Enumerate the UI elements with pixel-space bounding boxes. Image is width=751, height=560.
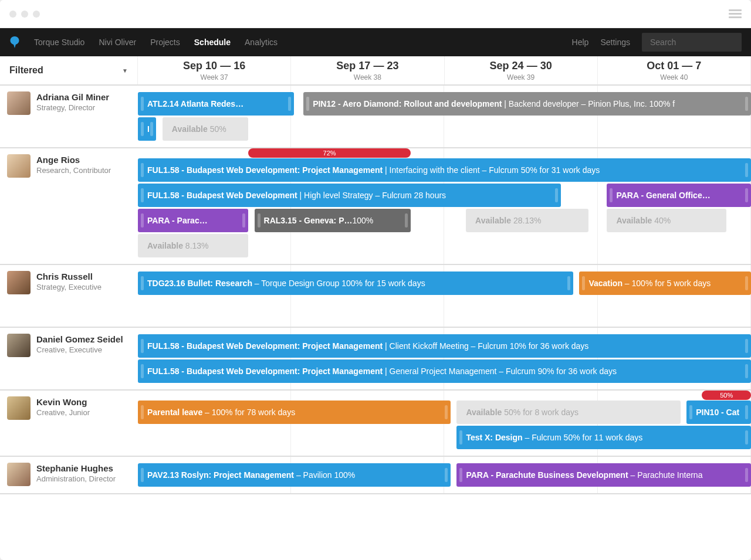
avatar[interactable] bbox=[7, 271, 31, 294]
help-link[interactable]: Help bbox=[572, 38, 589, 47]
logo-balloon-icon bbox=[9, 36, 20, 48]
schedule-bar[interactable]: Parental leave – 100% for 78 work days bbox=[138, 401, 451, 424]
person-info[interactable]: Kevin WongCreative, Junior bbox=[0, 391, 138, 456]
nav-item[interactable]: Projects bbox=[150, 38, 180, 47]
grip-handle-icon[interactable] bbox=[288, 97, 291, 111]
avatar[interactable] bbox=[7, 154, 31, 178]
schedule-bar[interactable]: PIN12 - Aero Diamond: Rollout and develo… bbox=[303, 92, 751, 116]
grip-handle-icon[interactable] bbox=[745, 430, 748, 444]
grip-handle-icon[interactable] bbox=[582, 276, 585, 290]
grip-handle-icon[interactable] bbox=[745, 405, 748, 419]
bar-label: FUL1.58 - Budapest Web Development | Hig… bbox=[147, 191, 446, 200]
schedule-bar[interactable]: FUL1.58 - Budapest Web Development: Proj… bbox=[138, 334, 751, 358]
person-name: Kevin Wong bbox=[36, 396, 90, 408]
grip-handle-icon[interactable] bbox=[459, 430, 462, 444]
grip-handle-icon[interactable] bbox=[306, 97, 309, 111]
grip-handle-icon[interactable] bbox=[141, 405, 144, 419]
window-dot[interactable] bbox=[33, 11, 40, 18]
grip-handle-icon[interactable] bbox=[150, 122, 153, 136]
grip-handle-icon[interactable] bbox=[745, 276, 748, 290]
person-info[interactable]: Adriana Gil MinerStrategy, Director bbox=[0, 86, 138, 147]
schedule-bar[interactable]: FUL1.58 - Budapest Web Development | Hig… bbox=[138, 184, 561, 207]
grip-handle-icon[interactable] bbox=[141, 364, 144, 378]
nav-item[interactable]: Analytics bbox=[245, 38, 278, 47]
schedule-bar[interactable]: PARA - Parachute Business Development – … bbox=[456, 463, 751, 487]
nav-item[interactable]: Torque Studio bbox=[34, 38, 84, 47]
grip-handle-icon[interactable] bbox=[745, 163, 748, 177]
grip-handle-icon[interactable] bbox=[242, 213, 245, 228]
grip-handle-icon[interactable] bbox=[141, 213, 144, 228]
lane-area: ATL2.14 Atlanta Redes…PIN12 - Aero Diamo… bbox=[138, 86, 751, 147]
schedule-bar[interactable]: I bbox=[138, 117, 156, 141]
week-header[interactable]: Sep 24 — 30Week 39 bbox=[445, 56, 598, 84]
nav-item[interactable]: Schedule bbox=[194, 38, 231, 47]
grip-handle-icon[interactable] bbox=[745, 188, 748, 202]
avatar[interactable] bbox=[7, 396, 31, 420]
grip-handle-icon[interactable] bbox=[141, 122, 144, 136]
lane: IAvailable 50% bbox=[138, 117, 751, 141]
person-role: Administration, Director bbox=[36, 474, 116, 483]
nav-item[interactable]: Nivi Oliver bbox=[99, 38, 136, 47]
grip-handle-icon[interactable] bbox=[141, 163, 144, 177]
bar-label: Available 8.13% bbox=[147, 241, 209, 250]
grip-handle-icon[interactable] bbox=[141, 97, 144, 111]
schedule-bar[interactable]: Available 40% bbox=[607, 209, 726, 232]
grip-handle-icon[interactable] bbox=[445, 468, 448, 482]
grip-handle-icon[interactable] bbox=[745, 339, 748, 353]
window-dot[interactable] bbox=[9, 11, 16, 18]
schedule-bar[interactable]: PARA - General Office… bbox=[607, 184, 751, 207]
grip-handle-icon[interactable] bbox=[745, 97, 748, 111]
person-section: Chris RussellStrategy, ExecutiveTDG23.16… bbox=[0, 265, 751, 328]
week-header[interactable]: Sep 10 — 16Week 37 bbox=[138, 56, 291, 84]
grip-handle-icon[interactable] bbox=[745, 364, 748, 378]
grip-handle-icon[interactable] bbox=[445, 405, 448, 419]
schedule-bar[interactable]: Vacation – 100% for 5 work days bbox=[579, 271, 751, 295]
window-dot[interactable] bbox=[21, 11, 28, 18]
bar-label: PAV2.13 Roslyn: Project Management – Pav… bbox=[147, 470, 355, 480]
schedule-bar[interactable]: Available 50% for 8 work days bbox=[456, 401, 680, 424]
filter-dropdown[interactable]: Filtered ▼ bbox=[0, 56, 138, 84]
schedule-bar[interactable]: FUL1.58 - Budapest Web Development: Proj… bbox=[138, 359, 751, 383]
grip-handle-icon[interactable] bbox=[555, 188, 558, 202]
person-info[interactable]: Chris RussellStrategy, Executive bbox=[0, 265, 138, 327]
schedule-bar[interactable]: Test X: Design – Fulcrum 50% for 11 work… bbox=[456, 426, 751, 449]
schedule-bar[interactable]: TDG23.16 Bullet: Research – Torque Desig… bbox=[138, 271, 573, 295]
lane bbox=[138, 297, 751, 320]
week-header[interactable]: Sep 17 — 23Week 38 bbox=[291, 56, 444, 84]
grip-handle-icon[interactable] bbox=[745, 468, 748, 482]
hamburger-icon[interactable] bbox=[729, 9, 742, 18]
person-info[interactable]: Daniel Gomez SeidelCreative, Executive bbox=[0, 328, 138, 389]
schedule-bar[interactable]: Available 50% bbox=[163, 117, 248, 141]
schedule-bar[interactable]: Available 28.13% bbox=[466, 209, 588, 232]
schedule-bar[interactable]: Available 8.13% bbox=[138, 234, 248, 257]
schedule-bar[interactable]: RAL3.15 - Geneva: P…100% bbox=[255, 209, 411, 232]
overload-indicator: 72% bbox=[248, 148, 411, 158]
grip-handle-icon[interactable] bbox=[141, 468, 144, 482]
avatar[interactable] bbox=[7, 91, 31, 115]
schedule-bar[interactable]: ATL2.14 Atlanta Redes… bbox=[138, 92, 294, 116]
main-toolbar: Torque StudioNivi OliverProjectsSchedule… bbox=[0, 28, 751, 56]
grip-handle-icon[interactable] bbox=[141, 339, 144, 353]
schedule-bar[interactable]: PARA - Parac… bbox=[138, 209, 248, 232]
search-input[interactable] bbox=[642, 33, 742, 52]
lane: FUL1.58 - Budapest Web Development: Proj… bbox=[138, 158, 751, 182]
person-info[interactable]: Stephanie HughesAdministration, Director bbox=[0, 457, 138, 493]
week-header[interactable]: Oct 01 — 7Week 40 bbox=[598, 56, 751, 84]
grip-handle-icon[interactable] bbox=[141, 276, 144, 290]
grip-handle-icon[interactable] bbox=[689, 405, 692, 419]
person-info[interactable]: Ange RiosResearch, Contributor bbox=[0, 148, 138, 264]
grip-handle-icon[interactable] bbox=[258, 213, 261, 228]
grip-handle-icon[interactable] bbox=[610, 188, 613, 202]
week-headers: Sep 10 — 16Week 37Sep 17 — 23Week 38Sep … bbox=[138, 56, 751, 84]
avatar[interactable] bbox=[7, 334, 31, 357]
schedule-bar[interactable]: PIN10 - Cat bbox=[686, 401, 751, 424]
grip-handle-icon[interactable] bbox=[567, 276, 570, 290]
grip-handle-icon[interactable] bbox=[405, 213, 408, 228]
person-name: Daniel Gomez Seidel bbox=[36, 334, 123, 345]
grip-handle-icon[interactable] bbox=[141, 188, 144, 202]
schedule-bar[interactable]: PAV2.13 Roslyn: Project Management – Pav… bbox=[138, 463, 451, 487]
settings-link[interactable]: Settings bbox=[600, 38, 630, 47]
avatar[interactable] bbox=[7, 463, 31, 486]
schedule-bar[interactable]: FUL1.58 - Budapest Web Development: Proj… bbox=[138, 158, 751, 182]
grip-handle-icon[interactable] bbox=[459, 468, 462, 482]
